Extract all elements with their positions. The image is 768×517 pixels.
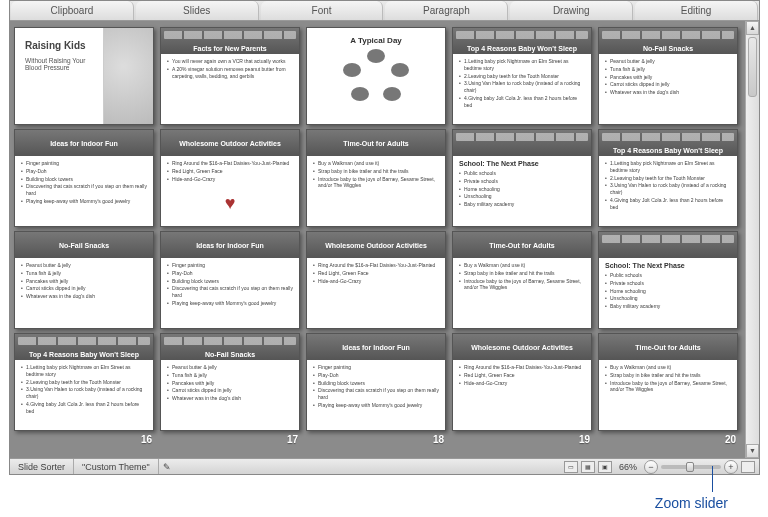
status-view-mode: Slide Sorter (10, 459, 74, 474)
slide-thumb[interactable]: Wholesome Outdoor ActivitiesRing Around … (452, 333, 592, 431)
slide-body: School: The Next PhasePublic schoolsPriv… (453, 156, 591, 213)
slide-thumb[interactable]: Wholesome Outdoor ActivitiesRing Around … (306, 231, 446, 329)
scroll-up-button[interactable]: ▲ (746, 21, 759, 35)
cycle-diagram (341, 49, 411, 104)
slide-thumb[interactable]: Top 4 Reasons Baby Won't Sleep1.Letting … (452, 27, 592, 125)
slide-header: Wholesome Outdoor Activities (307, 232, 445, 258)
zoom-slider-thumb[interactable] (686, 462, 694, 472)
slide-header: Top 4 Reasons Baby Won't Sleep (453, 28, 591, 54)
slide-header: No-Fail Snacks (599, 28, 737, 54)
slide-header: Top 4 Reasons Baby Won't Sleep (15, 334, 153, 360)
slide-body: Ring Around the $16-a-Flat Daisies-You-J… (453, 360, 591, 391)
slide-thumb[interactable]: Top 4 Reasons Baby Won't Sleep1.Letting … (14, 333, 154, 431)
slide-header: No-Fail Snacks (161, 334, 299, 360)
slide-header: Time-Out for Adults (307, 130, 445, 156)
slide-header (599, 232, 737, 258)
slide-body: You will never again own a VCR that actu… (161, 54, 299, 84)
slide-title: A Typical Day (307, 28, 445, 45)
ribbon-group-tabs: ClipboardSlidesFontParagraphDrawingEditi… (10, 1, 759, 21)
slide-thumb[interactable]: Raising KidsWithout Raising Your Blood P… (14, 27, 154, 125)
slide-header: Ideas for Indoor Fun (307, 334, 445, 360)
scroll-down-button[interactable]: ▼ (746, 444, 759, 458)
slide-thumb[interactable]: Wholesome Outdoor ActivitiesRing Around … (160, 129, 300, 227)
status-theme: "Custom Theme" (74, 459, 159, 474)
baby-face-image (103, 28, 153, 124)
slide-body: School: The Next PhasePublic schoolsPriv… (599, 258, 737, 315)
ribbon-group-slides[interactable]: Slides (136, 1, 259, 20)
slide-body: Finger paintingPlay-DohBuilding block to… (307, 360, 445, 414)
ribbon-group-font[interactable]: Font (261, 1, 384, 20)
slide-header: Top 4 Reasons Baby Won't Sleep (599, 130, 737, 156)
slide-body: Buy a Walkman (and use it)Strap baby in … (307, 156, 445, 194)
slide-number: 19 (579, 434, 590, 445)
slide-body: Peanut butter & jellyTuna fish & jellyPa… (599, 54, 737, 101)
slide-thumb[interactable]: Ideas for Indoor FunFinger paintingPlay-… (160, 231, 300, 329)
fit-to-window-button[interactable] (741, 461, 755, 473)
slide-number: 20 (725, 434, 736, 445)
ribbon-group-drawing[interactable]: Drawing (510, 1, 633, 20)
slide-body: Peanut butter & jellyTuna fish & jellyPa… (161, 360, 299, 407)
slide-body: 1.Letting baby pick Nightmare on Elm Str… (453, 54, 591, 113)
slide-body: Ring Around the $16-a-Flat Daisies-You-J… (307, 258, 445, 289)
scroll-thumb[interactable] (748, 37, 757, 97)
slide-body: Finger paintingPlay-DohBuilding block to… (15, 156, 153, 210)
slide-body: Peanut butter & jellyTuna fish & jellyPa… (15, 258, 153, 305)
slide-thumb[interactable]: No-Fail SnacksPeanut butter & jellyTuna … (598, 27, 738, 125)
slide-body: 1.Letting baby pick Nightmare on Elm Str… (15, 360, 153, 419)
ribbon-group-paragraph[interactable]: Paragraph (385, 1, 508, 20)
slide-sorter-area[interactable]: Raising KidsWithout Raising Your Blood P… (10, 21, 745, 458)
app-window: ClipboardSlidesFontParagraphDrawingEditi… (9, 0, 760, 475)
slide-header: Ideas for Indoor Fun (161, 232, 299, 258)
slide-number: 18 (433, 434, 444, 445)
slide-thumb[interactable]: Time-Out for AdultsBuy a Walkman (and us… (452, 231, 592, 329)
slide-thumb[interactable]: Ideas for Indoor FunFinger paintingPlay-… (306, 333, 446, 431)
slide-thumb[interactable]: No-Fail SnacksPeanut butter & jellyTuna … (160, 333, 300, 431)
normal-view-button[interactable]: ▭ (564, 461, 578, 473)
slideshow-view-button[interactable]: ▣ (598, 461, 612, 473)
slide-header: Wholesome Outdoor Activities (161, 130, 299, 156)
heart-icon: ♥ (161, 193, 299, 214)
slide-thumb[interactable]: Top 4 Reasons Baby Won't Sleep1.Letting … (598, 129, 738, 227)
slide-thumb[interactable]: Time-Out for AdultsBuy a Walkman (and us… (598, 333, 738, 431)
slide-thumb[interactable]: Facts for New ParentsYou will never agai… (160, 27, 300, 125)
slide-thumb[interactable]: Ideas for Indoor FunFinger paintingPlay-… (14, 129, 154, 227)
slide-header: Time-Out for Adults (599, 334, 737, 360)
slide-body: Buy a Walkman (and use it)Strap baby in … (453, 258, 591, 296)
ribbon-group-editing[interactable]: Editing (635, 1, 758, 20)
spellcheck-icon[interactable]: ✎ (159, 459, 175, 474)
slide-header: Time-Out for Adults (453, 232, 591, 258)
slide-header: Facts for New Parents (161, 28, 299, 54)
slide-header: Wholesome Outdoor Activities (453, 334, 591, 360)
slide-header (453, 130, 591, 156)
slide-thumb[interactable]: No-Fail SnacksPeanut butter & jellyTuna … (14, 231, 154, 329)
slide-body: Finger paintingPlay-DohBuilding block to… (161, 258, 299, 312)
slide-thumb[interactable]: A Typical Day3 (306, 27, 446, 125)
callout-line (712, 466, 713, 492)
sorter-view-button[interactable]: ▦ (581, 461, 595, 473)
zoom-slider-callout: Zoom slider (655, 495, 728, 511)
slide-thumb[interactable]: School: The Next PhasePublic schoolsPriv… (598, 231, 738, 329)
ribbon-group-clipboard[interactable]: Clipboard (11, 1, 134, 20)
slide-body: 1.Letting baby pick Nightmare on Elm Str… (599, 156, 737, 215)
slide-number: 17 (287, 434, 298, 445)
slide-thumb[interactable]: Time-Out for AdultsBuy a Walkman (and us… (306, 129, 446, 227)
slide-body: Ring Around the $16-a-Flat Daisies-You-J… (161, 156, 299, 187)
zoom-percent[interactable]: 66% (615, 462, 641, 472)
slide-body: Buy a Walkman (and use it)Strap baby in … (599, 360, 737, 398)
zoom-in-button[interactable]: + (724, 460, 738, 474)
slide-thumb[interactable]: School: The Next PhasePublic schoolsPriv… (452, 129, 592, 227)
slide-header: Ideas for Indoor Fun (15, 130, 153, 156)
zoom-out-button[interactable]: − (644, 460, 658, 474)
slide-header: No-Fail Snacks (15, 232, 153, 258)
vertical-scrollbar[interactable]: ▲ ▼ (745, 21, 759, 458)
slide-number: 16 (141, 434, 152, 445)
status-bar: Slide Sorter "Custom Theme" ✎ ▭ ▦ ▣ 66% … (10, 458, 759, 474)
